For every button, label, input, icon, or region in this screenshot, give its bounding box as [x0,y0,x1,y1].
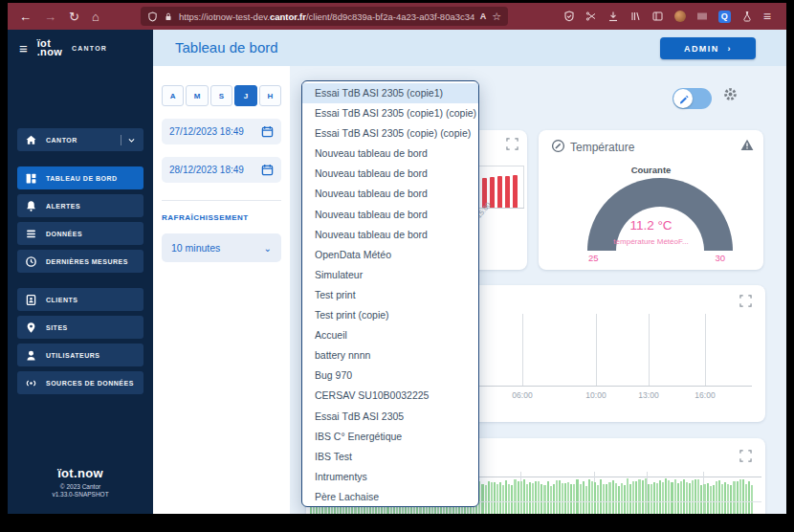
green-bar [733,481,735,514]
filter-divider [162,200,281,201]
sidebar-item-alertes[interactable]: ALERTES [17,194,143,217]
back-arrow-icon[interactable]: ← [19,11,32,23]
flask-icon[interactable] [741,11,753,22]
green-bar [635,481,637,514]
green-bar [603,484,605,514]
sidebar-item-sites[interactable]: SITES [17,316,143,339]
dropdown-option-nouveau-tableau-de-bord[interactable]: Nouveau tableau de bord [302,144,478,164]
period-button-m[interactable]: M [186,85,208,106]
shield-icon[interactable] [147,11,158,22]
translate-icon[interactable]: A [480,12,487,21]
green-bar [591,481,593,515]
x-axis-tick: 13:00 [629,390,668,400]
url-text[interactable]: https://iotnow-test-dev.cantor.fr/client… [179,11,474,22]
sidebar-item-label: CLIENTS [46,297,77,303]
library-icon[interactable] [629,11,641,22]
dashboard-content: 15:00 Température Courante 11.2 °C tempé… [290,66,786,514]
toggle-knob [673,89,693,108]
sidebar-hamburger-icon[interactable]: ≡ [19,40,28,56]
expand-icon[interactable] [506,138,518,150]
shield-check-icon[interactable] [563,11,575,22]
dropdown-option-essai-tdb-asi-2305[interactable]: Essai TdB ASI 2305 [302,407,478,427]
bookmark-star-icon[interactable]: ☆ [492,11,501,22]
dropdown-option-test-print-copie[interactable]: Test print (copie) [302,305,478,325]
download-icon[interactable] [607,11,619,22]
refresh-select[interactable]: 10 minutes ⌄ [162,233,281,262]
period-button-j[interactable]: J [234,85,256,106]
sidebar-item-dernieres-mesures[interactable]: DERNIÈRES MESURES [17,250,143,273]
chevron-down-icon[interactable] [127,136,136,144]
browser-menu-icon[interactable]: ≡ [763,10,771,23]
dropdown-option-nouveau-tableau-de-bord[interactable]: Nouveau tableau de bord [302,164,478,184]
pencil-icon [678,94,689,104]
dropdown-option-test-print[interactable]: Test print [302,285,478,305]
green-bar [535,481,537,514]
x-axis-tick: 10:00 [577,390,615,400]
account-avatar[interactable] [674,11,686,22]
gear-icon[interactable] [722,86,739,102]
dropdown-option-accueil[interactable]: Accueil [302,325,478,345]
date-end-field[interactable]: 28/12/2023 18:49 [162,157,281,183]
green-bar [559,480,561,514]
sidebar-toggle-icon[interactable] [651,11,664,22]
green-bar [724,482,726,514]
home-icon [25,134,37,146]
dropdown-option-ibs-test[interactable]: IBS Test [302,447,478,467]
dropdown-option-simulateur[interactable]: Simulateur [302,265,478,285]
red-bar [490,177,495,208]
dropdown-option-nouveau-tableau-de-bord[interactable]: Nouveau tableau de bord [302,225,478,245]
warning-icon[interactable] [740,139,754,151]
period-button-a[interactable]: A [162,85,184,106]
forward-arrow-icon[interactable]: → [44,11,56,23]
calendar-icon[interactable] [261,125,274,138]
q-extension-badge[interactable]: Q [718,11,731,23]
dropdown-option-ibs-c-energetique[interactable]: IBS C° Energétique [302,427,478,447]
sidebar-item-tableau-de-bord[interactable]: TABLEAU DE BORD [17,166,143,189]
page-title: Tableau de bord [175,39,278,55]
dropdown-option-intrumentys[interactable]: Intrumentys [302,467,478,487]
sidebar-item-clients[interactable]: CLIENTS [17,288,143,311]
dropdown-option-opendata-meteo[interactable]: OpenData Météo [302,245,478,265]
sidebar-item-utilisateurs[interactable]: UTILISATEURS [17,344,143,366]
green-bar [576,479,578,514]
green-bar [677,483,679,514]
dropdown-option-essai-tdb-asi-2305-copie1-copie[interactable]: Essai TdB ASI 2305 (copie1) (copie) [302,103,478,123]
dropdown-option-essai-tdb-asi-2305-copie-copie[interactable]: Essai TdB ASI 2305 (copie) (copie) [302,123,478,144]
green-bar [737,481,739,514]
dropdown-option-pere-lachaise[interactable]: Père Lachaise [302,487,478,507]
green-bar [505,480,507,514]
sidebar-item-donnees[interactable]: DONNÉES [17,222,143,245]
dropdown-option-nouveau-tableau-de-bord[interactable]: Nouveau tableau de bord [302,205,478,225]
scissors-icon[interactable] [585,11,597,22]
green-bar [686,482,688,514]
dropdown-option-cersav-su10b0032225[interactable]: CERSAV SU10B0032225 [302,386,478,406]
sidebar-item-cantor[interactable]: CANTOR [17,128,143,151]
period-button-h[interactable]: H [259,85,281,106]
admin-button[interactable]: ADMIN › [660,37,756,59]
green-bar [621,483,623,514]
green-bar [700,485,702,514]
period-button-s[interactable]: S [210,85,232,106]
green-bar [597,485,599,514]
green-bar [665,478,667,514]
dropdown-option-battery-nnnn[interactable]: battery nnnn [302,345,478,366]
sidebar-item-sources-de-donnees[interactable]: SOURCES DE DONNÉES [17,371,143,394]
dropdown-option-nouveau-tableau-de-bord[interactable]: Nouveau tableau de bord [302,184,478,204]
barcode-icon[interactable] [696,11,708,22]
date-start-field[interactable]: 27/12/2023 18:49 [162,119,281,144]
expand-icon[interactable] [739,295,752,307]
expand-icon[interactable] [739,450,752,462]
sidebar-footer: ïot.now © 2023 Cantor v1.33.0-SNAPSHOT [8,466,153,499]
calendar-icon[interactable] [261,164,274,176]
dropdown-option-bug-970[interactable]: Bug 970 [302,366,478,386]
green-bar [645,478,647,514]
gauge-series-label: Courante [539,165,763,175]
reload-icon[interactable]: ↻ [69,11,79,23]
refresh-value: 10 minutes [171,242,264,254]
card-title: Température [570,141,634,154]
data-source-icon [25,377,37,389]
dropdown-option-essai-tdb-asi-2305-copie1[interactable]: Essai TdB ASI 2305 (copie1) [302,83,478,103]
address-bar[interactable]: https://iotnow-test-dev.cantor.fr/client… [141,7,508,26]
edit-mode-toggle[interactable] [673,88,712,109]
home-icon[interactable]: ⌂ [92,11,99,23]
